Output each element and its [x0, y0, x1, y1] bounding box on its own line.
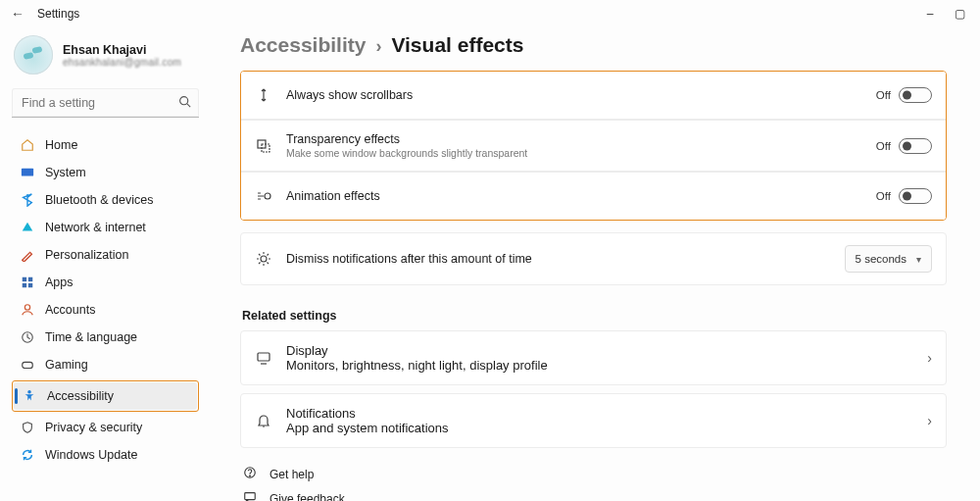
setting-animation-effects: Animation effects Off — [241, 173, 946, 220]
gaming-icon — [20, 357, 35, 373]
svg-point-10 — [27, 390, 31, 394]
related-display[interactable]: Display Monitors, brightness, night ligh… — [240, 330, 947, 385]
svg-rect-6 — [28, 283, 32, 287]
search-container — [12, 88, 199, 118]
sidebar-item-system[interactable]: System — [12, 159, 199, 186]
sidebar-item-label: Privacy & security — [45, 421, 142, 434]
sidebar-item-label: Time & language — [45, 330, 137, 344]
setting-title: Transparency effects — [286, 132, 876, 146]
back-button[interactable]: ← — [6, 6, 29, 22]
svg-rect-3 — [23, 277, 26, 281]
sidebar-item-accessibility-highlight: Accessibility — [12, 380, 199, 412]
sidebar-item-label: Accessibility — [47, 389, 114, 403]
sidebar-item-label: Accounts — [45, 303, 95, 317]
toggle-state: Off — [876, 140, 891, 152]
apps-icon — [20, 275, 35, 290]
page-title: Visual effects — [391, 33, 523, 57]
related-notifications[interactable]: Notifications App and system notificatio… — [240, 393, 947, 448]
sidebar-item-time-language[interactable]: Time & language — [12, 324, 199, 351]
user-email: ehsankhalani@gmail.com — [63, 57, 181, 68]
sidebar-item-apps[interactable]: Apps — [12, 269, 199, 296]
help-icon — [242, 466, 258, 482]
link-title: Notifications — [286, 406, 927, 421]
sidebar-item-label: System — [45, 166, 86, 179]
sidebar-item-home[interactable]: Home — [12, 131, 199, 159]
transparency-icon — [255, 137, 272, 155]
personalization-icon — [20, 247, 35, 263]
user-profile[interactable]: Ehsan Khajavi ehsankhalani@gmail.com — [12, 33, 199, 84]
sidebar: Ehsan Khajavi ehsankhalani@gmail.com Hom… — [0, 27, 211, 501]
scrollbars-toggle[interactable] — [899, 87, 932, 103]
sidebar-item-label: Windows Update — [45, 448, 138, 462]
toggle-state: Off — [876, 89, 891, 101]
breadcrumb-parent[interactable]: Accessibility — [240, 33, 366, 57]
nav: Home System Bluetooth & devices Network … — [12, 131, 199, 469]
sidebar-item-label: Bluetooth & devices — [45, 193, 154, 207]
search-icon — [178, 95, 191, 111]
sidebar-item-label: Apps — [45, 276, 74, 289]
main-content: Accessibility › Visual effects Always sh… — [211, 27, 980, 501]
toggle-state: Off — [876, 190, 891, 202]
svg-point-13 — [265, 193, 270, 199]
display-icon — [255, 349, 272, 367]
animation-icon — [255, 187, 272, 205]
setting-title: Dismiss notifications after this amount … — [286, 252, 845, 266]
accounts-icon — [20, 302, 35, 318]
get-help-link[interactable]: Get help — [242, 466, 945, 482]
chevron-right-icon: › — [927, 350, 932, 366]
svg-rect-15 — [258, 353, 270, 361]
sidebar-item-accounts[interactable]: Accounts — [12, 296, 199, 324]
minimize-button[interactable]: – — [915, 7, 945, 21]
footer-links: Get help Give feedback — [240, 466, 947, 501]
sidebar-item-gaming[interactable]: Gaming — [12, 351, 199, 378]
user-name: Ehsan Khajavi — [63, 43, 181, 57]
setting-title: Always show scrollbars — [286, 88, 876, 102]
window-title: Settings — [37, 7, 79, 21]
dropdown-value: 5 seconds — [856, 253, 906, 265]
sidebar-item-accessibility[interactable]: Accessibility — [14, 382, 197, 410]
svg-rect-5 — [23, 283, 26, 287]
svg-line-1 — [187, 104, 190, 107]
sidebar-item-windows-update[interactable]: Windows Update — [12, 441, 199, 469]
svg-point-0 — [180, 97, 188, 105]
visual-effects-group: Always show scrollbars Off Transparency … — [240, 71, 947, 221]
accessibility-icon — [22, 388, 37, 404]
sidebar-item-label: Gaming — [45, 358, 88, 372]
dismiss-duration-dropdown[interactable]: 5 seconds ▾ — [845, 245, 932, 273]
sidebar-item-label: Personalization — [45, 248, 128, 262]
footer-link-label: Give feedback — [270, 492, 345, 502]
search-input[interactable] — [12, 88, 199, 118]
svg-rect-18 — [245, 493, 256, 500]
sidebar-item-label: Network & internet — [45, 221, 146, 234]
sidebar-item-personalization[interactable]: Personalization — [12, 241, 199, 269]
windows-update-icon — [20, 447, 35, 463]
give-feedback-link[interactable]: Give feedback — [242, 490, 945, 501]
sidebar-item-network[interactable]: Network & internet — [12, 214, 199, 241]
privacy-icon — [20, 420, 35, 435]
related-settings-heading: Related settings — [242, 309, 947, 323]
setting-subtitle: Make some window backgrounds slightly tr… — [286, 147, 876, 159]
maximize-button[interactable]: ▢ — [945, 7, 974, 21]
svg-rect-4 — [28, 277, 32, 281]
feedback-icon — [242, 490, 258, 501]
setting-always-show-scrollbars: Always show scrollbars Off — [241, 72, 946, 119]
sidebar-item-label: Home — [45, 138, 77, 152]
sidebar-item-bluetooth[interactable]: Bluetooth & devices — [12, 186, 199, 214]
animation-toggle[interactable] — [899, 188, 932, 204]
brightness-icon — [255, 250, 272, 268]
link-title: Display — [286, 343, 927, 358]
sidebar-item-privacy[interactable]: Privacy & security — [12, 414, 199, 441]
svg-rect-2 — [22, 169, 33, 176]
time-language-icon — [20, 329, 35, 345]
setting-title: Animation effects — [286, 189, 876, 203]
system-icon — [20, 165, 35, 180]
chevron-right-icon: › — [375, 36, 381, 57]
svg-point-17 — [249, 476, 250, 476]
link-subtitle: App and system notifications — [286, 421, 927, 435]
setting-transparency-effects: Transparency effects Make some window ba… — [241, 121, 946, 171]
transparency-toggle[interactable] — [899, 138, 932, 154]
home-icon — [20, 137, 35, 153]
scrollbars-icon — [255, 86, 272, 104]
svg-point-14 — [261, 256, 267, 262]
svg-point-7 — [24, 305, 29, 310]
